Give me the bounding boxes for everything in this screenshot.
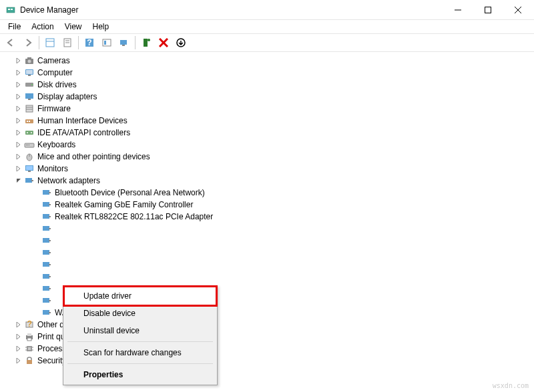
tree-node[interactable]: Monitors — [0, 163, 534, 175]
svg-rect-70 — [49, 288, 51, 289]
tree-node[interactable] — [0, 259, 534, 271]
expand-icon — [32, 213, 40, 221]
expand-icon — [32, 285, 40, 293]
action-button[interactable] — [99, 35, 115, 51]
svg-point-30 — [31, 84, 33, 85]
expand-icon — [32, 237, 40, 245]
menu-file[interactable]: File — [3, 21, 26, 33]
svg-rect-57 — [43, 214, 49, 219]
svg-rect-74 — [49, 312, 51, 313]
svg-rect-56 — [49, 204, 51, 205]
svg-rect-33 — [26, 105, 33, 112]
tree-node[interactable]: Mice and other pointing devices — [0, 151, 534, 163]
svg-rect-4 — [485, 7, 491, 13]
tree-node[interactable]: Keyboards — [0, 139, 534, 151]
expand-icon — [32, 189, 40, 197]
expand-icon[interactable] — [15, 321, 23, 329]
svg-rect-31 — [25, 93, 33, 99]
tree-node[interactable]: IDE ATA/ATAPI controllers — [0, 127, 534, 139]
menu-properties[interactable]: Properties — [65, 366, 216, 383]
menu-scan-hardware[interactable]: Scan for hardware changes — [65, 344, 216, 361]
expand-icon[interactable] — [15, 357, 23, 365]
menu-help[interactable]: Help — [87, 21, 115, 33]
update-button[interactable] — [173, 35, 189, 51]
svg-rect-54 — [49, 192, 51, 193]
expand-icon[interactable] — [15, 105, 23, 113]
svg-rect-72 — [49, 300, 51, 301]
tree-node[interactable]: Cameras — [0, 55, 534, 67]
expand-icon[interactable] — [15, 165, 23, 173]
toolbar-separator — [78, 36, 79, 49]
tree-node[interactable]: Human Interface Devices — [0, 115, 534, 127]
tree-node[interactable] — [0, 247, 534, 259]
svg-rect-69 — [43, 286, 49, 291]
enable-button[interactable] — [138, 35, 154, 51]
netadapter-icon — [41, 223, 52, 234]
help-button[interactable]: ? — [81, 35, 97, 51]
netadapter-icon — [41, 259, 52, 270]
tree-node[interactable]: Realtek RTL8822CE 802.11ac PCIe Adapter — [0, 211, 534, 223]
properties-button[interactable] — [59, 35, 75, 51]
tree-node[interactable] — [0, 235, 534, 247]
menu-uninstall-device[interactable]: Uninstall device — [65, 322, 216, 339]
tree-node[interactable]: Bluetooth Device (Personal Area Network) — [0, 187, 534, 199]
collapse-icon[interactable] — [15, 177, 23, 185]
netadapter-icon — [41, 199, 52, 210]
svg-rect-39 — [25, 131, 33, 135]
expand-icon — [32, 273, 40, 281]
menu-view[interactable]: View — [59, 21, 87, 33]
menu-update-driver[interactable]: Update driver — [65, 287, 216, 305]
svg-rect-14 — [103, 39, 111, 46]
svg-point-24 — [28, 60, 31, 63]
tree-node[interactable]: Disk drives — [0, 79, 534, 91]
scan-button[interactable] — [116, 35, 132, 51]
expand-icon — [32, 201, 40, 209]
minimize-button[interactable] — [443, 0, 473, 19]
svg-rect-15 — [104, 41, 106, 45]
app-icon — [5, 5, 16, 15]
tree-node-label: Network adapters — [37, 176, 100, 185]
show-hide-tree-button[interactable] — [42, 35, 58, 51]
expand-icon[interactable] — [15, 81, 23, 89]
tree-node[interactable] — [0, 271, 534, 283]
tree-node[interactable]: Network adapters — [0, 175, 534, 187]
menu-disable-device[interactable]: Disable device — [65, 305, 216, 322]
expand-icon[interactable] — [15, 93, 23, 101]
forward-button[interactable] — [20, 35, 36, 51]
expand-icon[interactable] — [15, 345, 23, 353]
menu-action[interactable]: Action — [26, 21, 59, 33]
expand-icon[interactable] — [15, 129, 23, 137]
uninstall-button[interactable] — [156, 35, 172, 51]
printer-icon — [24, 331, 35, 342]
back-button[interactable] — [3, 35, 19, 51]
svg-rect-52 — [31, 180, 33, 181]
expand-icon[interactable] — [15, 141, 23, 149]
svg-rect-32 — [28, 99, 31, 100]
svg-rect-62 — [49, 240, 51, 241]
svg-point-40 — [27, 132, 28, 133]
svg-rect-66 — [49, 264, 51, 265]
expand-icon[interactable] — [15, 153, 23, 161]
svg-point-41 — [31, 132, 32, 133]
toolbar-separator — [135, 36, 136, 49]
svg-rect-59 — [43, 226, 49, 231]
expand-icon[interactable] — [15, 69, 23, 77]
maximize-button[interactable] — [473, 0, 503, 19]
svg-rect-50 — [28, 171, 31, 172]
expand-icon[interactable] — [15, 57, 23, 65]
tree-node[interactable]: Display adapters — [0, 91, 534, 103]
tree-node[interactable] — [0, 223, 534, 235]
svg-rect-67 — [43, 274, 49, 279]
window-title: Device Manager — [20, 5, 443, 15]
tree-node-label: Firmware — [37, 104, 71, 113]
tree-node[interactable]: Computer — [0, 67, 534, 79]
expand-icon — [32, 261, 40, 269]
tree-node[interactable]: Firmware — [0, 103, 534, 115]
svg-rect-1 — [8, 9, 10, 10]
close-button[interactable] — [503, 0, 533, 19]
svg-rect-86 — [27, 360, 32, 364]
tree-node[interactable]: Realtek Gaming GbE Family Controller — [0, 199, 534, 211]
svg-rect-58 — [49, 216, 51, 217]
expand-icon[interactable] — [15, 117, 23, 125]
expand-icon[interactable] — [15, 333, 23, 341]
